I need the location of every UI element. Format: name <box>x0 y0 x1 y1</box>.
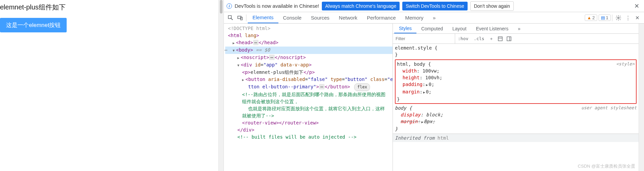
hov-toggle[interactable]: :hov <box>455 36 471 41</box>
ellipsis-icon[interactable]: ⋯ <box>319 84 325 89</box>
inspect-icon[interactable] <box>226 13 235 23</box>
dom-tree[interactable]: <!DOCTYPE html> <html lang> ▶<head>⋯</he… <box>224 24 393 171</box>
settings-icon[interactable] <box>614 13 623 23</box>
element-plus-button[interactable]: 这是一个elemnet按钮 <box>0 18 67 32</box>
tab-memory[interactable]: Memory <box>401 12 428 23</box>
inherited-from-row: Inherited from html <box>393 134 639 142</box>
tab-network[interactable]: Network <box>334 12 362 23</box>
computed-toggle-icon[interactable] <box>496 36 505 41</box>
filter-row: :hov .cls ＋ <box>393 34 639 44</box>
tab-sources[interactable]: Sources <box>306 12 334 23</box>
subtab-computed[interactable]: Computed <box>416 24 448 33</box>
svg-rect-4 <box>498 37 502 41</box>
flex-badge[interactable]: flex <box>354 83 370 91</box>
tab-performance[interactable]: Performance <box>362 12 401 23</box>
close-icon[interactable]: ✕ <box>632 2 641 10</box>
ellipsis-icon[interactable]: ⋯ <box>253 40 259 45</box>
collapse-icon[interactable]: ▼ <box>237 62 241 69</box>
splitter[interactable] <box>218 0 224 171</box>
subtabs-more-icon[interactable]: » <box>513 24 525 33</box>
svg-point-3 <box>618 17 619 19</box>
expand-icon[interactable]: ▶ <box>242 76 245 83</box>
rule-element-style: element.style {} <box>395 45 637 58</box>
kebab-icon[interactable]: ⋮ <box>623 13 633 23</box>
infobar: i DevTools is now available in Chinese! … <box>224 0 644 12</box>
dont-show-button[interactable]: Don't show again <box>470 1 514 11</box>
messages-badge[interactable]: ▤1 <box>599 15 611 21</box>
expand-icon[interactable]: ▶ <box>237 54 241 61</box>
filter-input[interactable] <box>393 34 455 44</box>
expand-icon[interactable]: ▶ <box>233 39 236 47</box>
switch-language-button[interactable]: Switch DevTools to Chinese <box>402 2 468 10</box>
new-style-icon[interactable]: ＋ <box>487 36 496 42</box>
scrollbar[interactable] <box>639 24 644 171</box>
tab-elements[interactable]: Elements <box>248 12 278 23</box>
cls-toggle[interactable]: .cls <box>471 36 487 41</box>
doctype: <!DOCTYPE html> <box>228 26 270 31</box>
warning-icon: ▲ <box>587 15 591 20</box>
devtools-close-icon[interactable]: ✕ <box>633 13 642 23</box>
tabs-more-icon[interactable]: » <box>428 12 440 23</box>
subtab-styles[interactable]: Styles <box>394 24 416 33</box>
collapse-icon[interactable]: ▼ <box>233 47 236 54</box>
rule-body-ua: user agent stylesheet body { display: bl… <box>395 105 637 132</box>
device-toggle-icon[interactable] <box>235 13 245 23</box>
webpage-panel: elemnet-plus组件如下 这是一个elemnet按钮 <box>0 0 218 171</box>
expand-shorthand-icon[interactable]: ▶ <box>423 89 425 96</box>
tab-console[interactable]: Console <box>278 12 306 23</box>
devtools-panel: i DevTools is now available in Chinese! … <box>224 0 644 171</box>
css-rules[interactable]: element.style {} <style> html, body { wi… <box>393 44 639 171</box>
subtab-listeners[interactable]: Event Listeners <box>471 24 513 33</box>
always-match-button[interactable]: Always match Chrome's language <box>322 2 400 10</box>
info-icon: i <box>227 3 232 9</box>
svg-rect-5 <box>507 37 511 41</box>
page-title: elemnet-plus组件如下 <box>0 3 218 12</box>
devtools-tabs: Elements Console Sources Network Perform… <box>224 12 644 24</box>
warnings-badge[interactable]: ▲2 <box>585 15 597 21</box>
ellipsis-icon[interactable]: ⋯ <box>269 55 274 60</box>
watermark: CSDN @富士康质检员张全蛋 <box>578 163 635 170</box>
subtab-layout[interactable]: Layout <box>448 24 471 33</box>
styles-subtabs: Styles Computed Layout Event Listeners » <box>393 24 639 34</box>
expand-shorthand-icon[interactable]: ▶ <box>426 82 428 88</box>
rule-html-body: <style> html, body { width: 100vw; heigh… <box>395 59 637 104</box>
selected-body-row[interactable]: ▼<body> == $0 <box>225 47 393 54</box>
styles-panel: Styles Computed Layout Event Listeners »… <box>393 24 639 171</box>
infobar-message: DevTools is now available in Chinese! <box>235 3 319 9</box>
message-icon: ▤ <box>601 15 605 20</box>
sidebar-toggle-icon[interactable] <box>505 36 513 41</box>
